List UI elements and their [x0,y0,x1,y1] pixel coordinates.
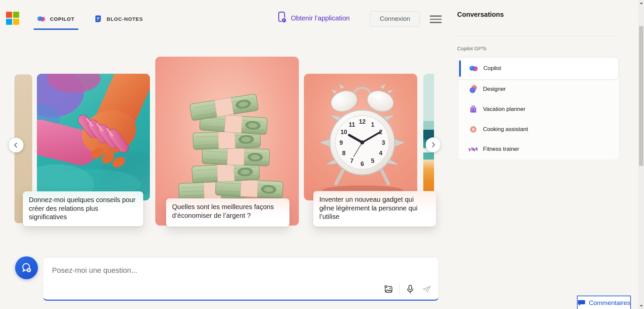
svg-text:6: 6 [361,161,364,167]
conversations-title: Conversations [457,11,504,18]
active-tab-indicator [34,28,78,30]
menu-button[interactable] [430,15,442,23]
get-app-label: Obtenir l’application [291,14,350,22]
ms-logo-square-yellow [13,19,19,25]
new-chat-icon [20,262,33,274]
sign-in-button[interactable]: Connexion [370,11,420,26]
send-icon [422,284,432,294]
handshake-painting [37,74,150,200]
notebook-icon [93,14,103,24]
tab-copilot-label: COPILOT [50,16,74,22]
feedback-bubble-icon [578,300,585,306]
microphone-icon [405,284,415,294]
copilot-logo-icon [469,63,479,73]
prompt-card-gadget[interactable]: Inventer un nouveau gadget qui gêne légè… [313,191,436,227]
svg-text:8: 8 [342,150,345,157]
hamburger-bar [430,22,442,23]
svg-text:1: 1 [371,121,374,128]
hamburger-bar [430,15,442,17]
svg-text:10: 10 [340,129,347,135]
get-app-link[interactable]: Obtenir l’application [277,11,350,25]
tab-bloc-notes-label: BLOC-NOTES [107,16,143,22]
microphone-button[interactable] [405,284,416,295]
gpt-item-label: Copilot [483,65,501,72]
ms-logo-square-green [13,12,19,18]
svg-text:4: 4 [379,150,382,157]
svg-text:11: 11 [348,121,355,128]
scrollbar-up-arrow[interactable] [640,2,643,4]
microsoft-logo[interactable] [6,12,19,25]
chevron-left-icon [12,141,20,149]
scrollbar-down-arrow[interactable] [640,305,643,307]
gpt-item-vacation-planner[interactable]: Vacation planner [459,99,619,119]
ms-logo-square-red [6,12,12,18]
gpt-item-fitness-trainer[interactable]: Fitness trainer [459,139,619,159]
chat-input[interactable] [51,262,321,279]
copilot-page: COPILOT BLOC-NOTES Obtenir l’application [0,0,644,309]
send-button[interactable] [421,284,432,295]
carousel-card-handshake[interactable] [37,74,150,200]
sign-in-label: Connexion [380,15,410,22]
gpt-item-copilot[interactable]: Copilot [459,58,619,79]
phone-app-icon [277,11,286,25]
copilot-gpts-panel: Copilot Designer Vacation planner [458,57,620,160]
prompt-text: Inventer un nouveau gadget qui gêne légè… [319,196,417,220]
feedback-button[interactable]: Commentaires [577,296,631,309]
gpt-item-label: Vacation planner [483,106,525,113]
copilot-logo-icon [36,14,46,24]
svg-text:3: 3 [382,139,385,146]
hamburger-bar [430,19,442,20]
money-stack-image [167,75,287,209]
chevron-right-icon [429,141,437,148]
prompt-card-relations[interactable]: Donnez-moi quelques conseils pour créer … [23,191,143,226]
svg-text:9: 9 [339,139,343,146]
prompt-text: Quelles sont les meilleures façons d’éco… [172,203,274,219]
tab-bloc-notes[interactable]: BLOC-NOTES [93,11,143,26]
page-scrollbar-thumb[interactable] [639,26,643,166]
sidebar-divider [457,36,618,36]
suitcase-icon [468,104,478,114]
svg-text:12: 12 [359,118,366,125]
add-image-icon [383,284,393,294]
add-image-button[interactable] [383,284,394,295]
svg-text:7: 7 [350,158,354,164]
svg-text:5: 5 [371,158,374,164]
gpt-item-cooking-assistant[interactable]: Cooking assistant [459,119,619,139]
tab-copilot[interactable]: COPILOT [36,11,74,26]
gpt-item-label: Designer [483,86,506,92]
carousel-next-button[interactable] [426,137,440,152]
gpt-item-label: Cooking assistant [483,126,528,133]
carousel-card-alarm-clock[interactable]: 1212 345 678 91011 [304,74,417,200]
donut-icon [468,124,478,134]
feedback-label: Commentaires [589,299,630,307]
chat-composer [43,257,439,301]
dumbbells-icon [468,144,478,154]
carousel-prev-button[interactable] [9,138,23,152]
new-topic-button[interactable] [15,256,38,279]
copilot-gpts-label: Copilot GPTs [457,46,487,51]
composer-divider [399,284,399,295]
gpt-item-label: Fitness trainer [483,146,519,152]
designer-icon [468,84,478,94]
prompt-text: Donnez-moi quelques conseils pour créer … [29,196,136,221]
ms-logo-square-blue [6,19,12,25]
prompt-card-economiser[interactable]: Quelles sont les meilleures façons d’éco… [166,198,289,227]
gpt-item-designer[interactable]: Designer [459,79,619,100]
alarm-clock-image: 1212 345 678 91011 [304,74,417,200]
